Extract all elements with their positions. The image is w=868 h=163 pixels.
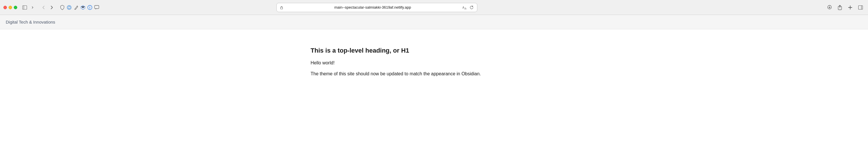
sync-extension-icon[interactable]	[67, 5, 72, 10]
lock-icon	[280, 5, 283, 9]
sidebar-toggle-button[interactable]	[21, 4, 28, 11]
page-heading: This is a top-level heading, or H1	[311, 47, 557, 55]
sidebar-toggle-group	[21, 4, 36, 11]
svg-text:i: i	[90, 6, 90, 9]
svg-rect-0	[23, 5, 27, 9]
browser-chrome: i main--spectacular-salmiakki-3619af.net…	[0, 0, 868, 15]
shield-extension-icon[interactable]	[60, 5, 65, 10]
paragraph-theme: The theme of this site should now be upd…	[311, 71, 557, 77]
extension-icons: i	[60, 5, 99, 10]
browser-right-toolbar	[826, 3, 865, 11]
url-text: main--spectacular-salmiakki-3619af.netli…	[285, 5, 460, 9]
nav-controls	[40, 4, 55, 11]
comment-extension-icon[interactable]	[94, 5, 99, 10]
share-button[interactable]	[836, 3, 844, 11]
sidebar-chevron-button[interactable]	[29, 4, 36, 11]
page-content: This is a top-level heading, or H1 Hello…	[305, 29, 563, 93]
forward-button[interactable]	[48, 4, 55, 11]
refresh-icon[interactable]	[470, 5, 474, 10]
box-extension-icon[interactable]	[81, 5, 86, 10]
address-bar[interactable]: main--spectacular-salmiakki-3619af.netli…	[276, 3, 477, 12]
pencil-extension-icon[interactable]	[73, 5, 79, 10]
paragraph-hello: Hello world!	[311, 59, 557, 66]
svg-text:あ: あ	[464, 7, 467, 9]
svg-rect-5	[95, 5, 99, 9]
fullscreen-button[interactable]	[14, 6, 17, 9]
svg-point-2	[67, 5, 71, 9]
minimize-button[interactable]	[9, 6, 12, 9]
translate-icon[interactable]: A あ	[462, 5, 467, 10]
traffic-lights	[3, 6, 17, 9]
svg-text:A: A	[462, 6, 464, 9]
new-tab-button[interactable]	[846, 3, 854, 11]
download-button[interactable]	[826, 3, 834, 11]
sidebar-right-button[interactable]	[857, 3, 865, 11]
svg-rect-6	[281, 7, 283, 9]
site-navbar: Digital Tech & Innovations	[0, 15, 868, 29]
back-button[interactable]	[40, 4, 47, 11]
close-button[interactable]	[3, 6, 7, 9]
svg-rect-11	[858, 5, 863, 9]
info-extension-icon[interactable]: i	[87, 5, 92, 10]
site-title: Digital Tech & Innovations	[6, 20, 55, 24]
